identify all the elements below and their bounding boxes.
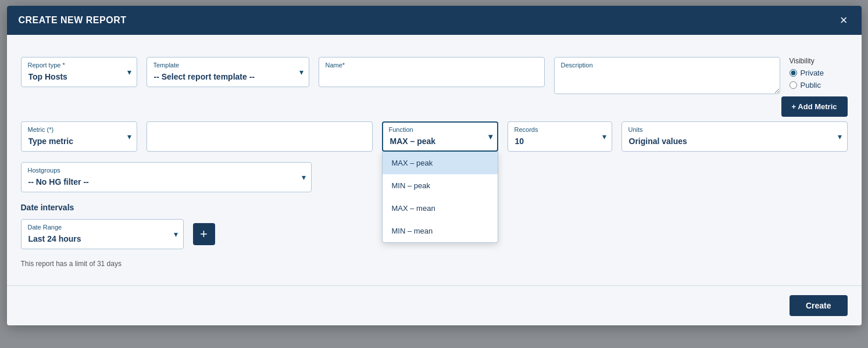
add-metric-button[interactable]: + Add Metric — [781, 96, 848, 117]
metric-type-select[interactable]: Type metric — [21, 121, 137, 152]
metric-type-wrapper: Metric (*) Type metric ▾ — [21, 121, 137, 152]
hostgroups-select[interactable]: -- No HG filter -- — [21, 162, 312, 192]
function-select[interactable]: MAX – peak ▾ — [382, 121, 498, 152]
form-row-2: Metric (*) Type metric ▾ Function MAX – … — [21, 121, 848, 152]
metric-input[interactable] — [147, 121, 373, 152]
function-value: MAX – peak — [390, 137, 476, 146]
visibility-private-label: Private — [801, 69, 824, 77]
modal-overlay: CREATE NEW REPORT × Report type * Top Ho… — [0, 0, 868, 348]
visibility-group: Visibility Private Public — [790, 57, 848, 89]
add-date-range-button[interactable]: + — [193, 223, 215, 245]
add-metric-row: + Add Metric — [21, 96, 848, 117]
visibility-public-option[interactable]: Public — [790, 81, 848, 89]
close-button[interactable]: × — [838, 14, 850, 27]
visibility-public-radio[interactable] — [790, 81, 797, 89]
function-dropdown: MAX – peak MIN – peak MAX – mean MIN – m… — [382, 152, 498, 243]
function-chevron-icon: ▾ — [488, 132, 492, 141]
units-select[interactable]: Original values — [621, 121, 848, 152]
records-wrapper: Records 10 ▾ — [508, 121, 612, 152]
modal-body: Report type * Top Hosts ▾ Template -- Se… — [7, 35, 862, 285]
date-range-wrapper: Date Range Last 24 hours ▾ — [21, 219, 184, 249]
function-option-max-peak[interactable]: MAX – peak — [383, 152, 498, 174]
modal-footer: Create — [7, 285, 862, 325]
hostgroups-wrapper: Hostgroups -- No HG filter -- ▾ — [21, 162, 312, 192]
report-type-select[interactable]: Top Hosts — [21, 57, 137, 87]
function-option-min-peak[interactable]: MIN – peak — [383, 174, 498, 197]
description-input[interactable] — [554, 57, 780, 94]
modal-title: CREATE NEW REPORT — [19, 15, 127, 26]
function-wrapper: Function MAX – peak ▾ MAX – peak MIN – p… — [382, 121, 498, 152]
visibility-public-label: Public — [801, 81, 821, 89]
visibility-label: Visibility — [790, 57, 848, 65]
create-button[interactable]: Create — [790, 295, 848, 316]
function-option-max-mean[interactable]: MAX – mean — [383, 197, 498, 220]
report-type-wrapper: Report type * Top Hosts ▾ — [21, 57, 137, 87]
visibility-private-option[interactable]: Private — [790, 69, 848, 77]
date-limit-note: This report has a limit of 31 days — [21, 260, 848, 268]
visibility-private-radio[interactable] — [790, 69, 797, 77]
form-row-1: Report type * Top Hosts ▾ Template -- Se… — [21, 57, 848, 96]
description-wrapper: Description — [554, 57, 780, 96]
name-input[interactable] — [319, 57, 545, 87]
function-option-min-mean[interactable]: MIN – mean — [383, 220, 498, 242]
records-select[interactable]: 10 — [508, 121, 612, 152]
date-range-select[interactable]: Last 24 hours — [21, 219, 184, 249]
modal-dialog: CREATE NEW REPORT × Report type * Top Ho… — [7, 6, 862, 325]
name-wrapper: Name* — [319, 57, 545, 87]
metric-input-wrapper — [147, 121, 373, 152]
template-select[interactable]: -- Select report template -- — [147, 57, 309, 87]
units-wrapper: Units Original values ▾ — [621, 121, 848, 152]
modal-header: CREATE NEW REPORT × — [7, 6, 862, 35]
template-wrapper: Template -- Select report template -- ▾ — [147, 57, 309, 87]
